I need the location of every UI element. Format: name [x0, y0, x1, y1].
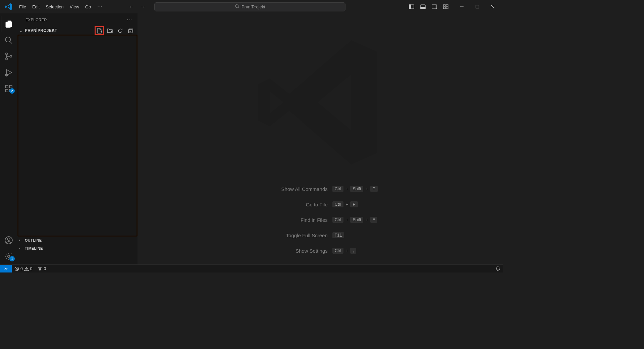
svg-point-19 — [6, 58, 7, 60]
window-close-icon[interactable] — [485, 2, 500, 12]
svg-rect-5 — [421, 7, 425, 9]
timeline-label: TIMELINE — [25, 246, 43, 250]
sidebar-more-icon[interactable]: ··· — [127, 17, 132, 23]
new-file-button[interactable] — [95, 26, 104, 35]
title-bar: File Edit Selection View Go ··· ← → Prvn… — [0, 0, 503, 13]
svg-rect-8 — [443, 5, 445, 6]
key-p: P — [350, 201, 358, 207]
vscode-watermark-icon — [250, 32, 391, 174]
timeline-section[interactable]: › TIMELINE — [17, 244, 138, 252]
new-folder-button[interactable] — [105, 26, 115, 35]
folder-actions — [95, 26, 136, 35]
key-ctrl: Ctrl — [332, 186, 343, 192]
outline-label: OUTLINE — [25, 238, 42, 242]
key-p: P — [370, 186, 378, 192]
status-bar: 0 0 0 — [0, 264, 503, 272]
nav-back-icon[interactable]: ← — [126, 2, 136, 12]
status-problems[interactable]: 0 0 — [12, 265, 35, 273]
key-f11: F11 — [332, 232, 344, 238]
svg-rect-11 — [446, 7, 448, 9]
toggle-primary-sidebar-icon[interactable] — [406, 2, 417, 11]
activity-explorer[interactable] — [1, 16, 17, 32]
folder-header[interactable]: ⌄ PRVNÍPROJEKT — [17, 26, 138, 35]
menu-more[interactable]: ··· — [94, 2, 106, 12]
shortcut-show-commands-label: Show All Commands — [138, 186, 328, 192]
main-area: 2 1 EXPLORER ··· ⌄ PRVNÍPROJEKT — [0, 13, 503, 264]
sidebar-title: EXPLORER ··· — [17, 13, 138, 26]
activity-settings[interactable]: 1 — [1, 248, 17, 264]
key-shift: Shift — [350, 186, 363, 192]
svg-rect-6 — [432, 5, 437, 9]
outline-section[interactable]: › OUTLINE — [17, 236, 138, 244]
key-shift: Shift — [350, 217, 363, 223]
key-ctrl: Ctrl — [332, 201, 343, 207]
svg-rect-22 — [5, 85, 8, 88]
activity-extensions[interactable]: 2 — [1, 81, 17, 97]
svg-point-39 — [26, 270, 26, 270]
explorer-sidebar: EXPLORER ··· ⌄ PRVNÍPROJEKT — [17, 13, 138, 264]
activity-accounts[interactable] — [1, 232, 17, 248]
svg-rect-23 — [5, 89, 8, 92]
chevron-right-icon: › — [19, 238, 23, 243]
svg-line-17 — [10, 41, 12, 44]
menu-view[interactable]: View — [67, 2, 82, 11]
search-icon — [235, 4, 239, 10]
status-notifications[interactable] — [493, 265, 503, 273]
svg-point-0 — [235, 4, 238, 7]
menu-file[interactable]: File — [16, 2, 29, 11]
key-f: F — [370, 217, 378, 223]
toggle-secondary-sidebar-icon[interactable] — [429, 2, 440, 11]
svg-point-20 — [10, 55, 12, 57]
svg-point-40 — [40, 269, 41, 270]
window-minimize-icon[interactable] — [454, 2, 470, 12]
refresh-button[interactable] — [115, 26, 125, 35]
shortcut-go-to-file-label: Go to File — [138, 202, 328, 207]
menu-go[interactable]: Go — [82, 2, 94, 11]
folder-name-label: PRVNÍPROJEKT — [25, 28, 57, 33]
activity-bar: 2 1 — [0, 13, 17, 264]
activity-search[interactable] — [1, 32, 17, 48]
key-ctrl: Ctrl — [332, 248, 343, 254]
shortcut-find-in-files-label: Find in Files — [138, 217, 328, 223]
chevron-right-icon: › — [19, 246, 23, 251]
customize-layout-icon[interactable] — [440, 2, 451, 11]
svg-rect-9 — [446, 5, 448, 6]
activity-run-debug[interactable] — [1, 64, 17, 81]
remote-window-button[interactable] — [0, 265, 12, 273]
settings-badge: 1 — [9, 256, 15, 261]
ports-count: 0 — [44, 266, 46, 271]
svg-point-27 — [7, 238, 10, 241]
vscode-logo-icon — [5, 3, 13, 11]
nav-arrows: ← → — [126, 2, 148, 12]
menu-selection[interactable]: Selection — [43, 2, 66, 11]
sidebar-title-label: EXPLORER — [25, 18, 47, 22]
search-text: PrvníProjekt — [241, 4, 265, 9]
menu-bar: File Edit Selection View Go ··· — [16, 2, 106, 12]
nav-forward-icon[interactable]: → — [138, 2, 148, 12]
shortcut-fullscreen-label: Toggle Full Screen — [138, 233, 328, 238]
shortcut-settings-label: Show Settings — [138, 248, 328, 254]
key-comma: , — [350, 248, 356, 254]
menu-edit[interactable]: Edit — [29, 2, 43, 11]
svg-line-1 — [238, 7, 239, 8]
editor-area: Show All Commands Ctrl+ Shift+ P Go to F… — [138, 13, 503, 264]
welcome-shortcuts: Show All Commands Ctrl+ Shift+ P Go to F… — [138, 181, 503, 258]
warnings-count: 0 — [30, 266, 33, 271]
file-tree[interactable] — [18, 35, 137, 236]
svg-rect-3 — [409, 5, 411, 9]
svg-rect-25 — [9, 85, 12, 88]
svg-point-16 — [5, 37, 10, 42]
command-center-search[interactable]: PrvníProjekt — [154, 2, 345, 11]
collapse-folders-button[interactable] — [126, 26, 136, 35]
svg-rect-13 — [476, 5, 479, 8]
errors-count: 0 — [20, 266, 23, 271]
activity-source-control[interactable] — [1, 48, 17, 64]
key-ctrl: Ctrl — [332, 217, 343, 223]
chevron-down-icon: ⌄ — [19, 28, 23, 33]
svg-point-18 — [6, 53, 7, 55]
svg-rect-10 — [443, 7, 445, 9]
window-maximize-icon[interactable] — [470, 2, 485, 12]
extensions-badge: 2 — [9, 88, 15, 94]
toggle-panel-icon[interactable] — [417, 2, 429, 11]
status-ports[interactable]: 0 — [35, 265, 49, 273]
